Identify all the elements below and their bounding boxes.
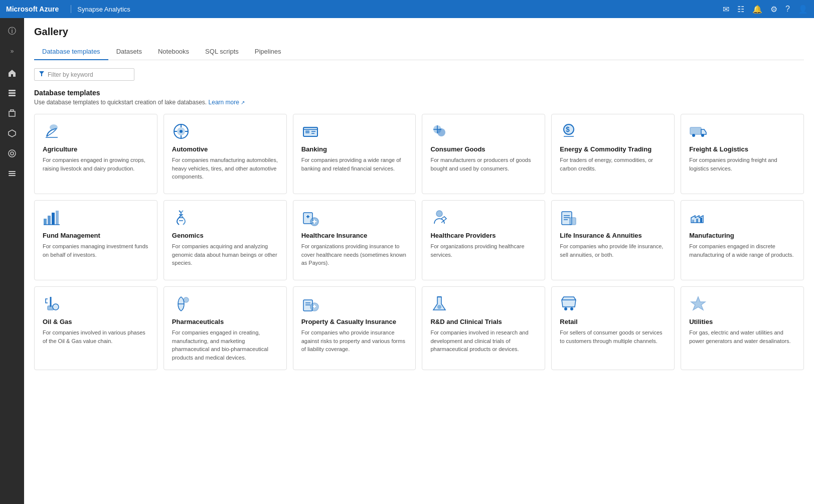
portal-icon[interactable]: ☷ bbox=[737, 5, 744, 14]
genomics-desc: For companies acquiring and analyzing ge… bbox=[172, 242, 278, 267]
healthcare-insurance-title: Healthcare Insurance bbox=[301, 232, 408, 239]
card-healthcare-insurance[interactable]: Healthcare Insurance For organizations p… bbox=[293, 200, 416, 280]
pharmaceuticals-title: Pharmaceuticals bbox=[172, 318, 278, 325]
svg-point-13 bbox=[180, 130, 183, 133]
energy-desc: For traders of energy, commodities, or c… bbox=[560, 156, 666, 173]
card-life-insurance[interactable]: Life Insurance & Annuities For companies… bbox=[551, 200, 675, 280]
card-retail[interactable]: Retail For sellers of consumer goods or … bbox=[551, 286, 675, 370]
settings-icon[interactable]: ⚙ bbox=[770, 5, 777, 14]
fund-management-icon bbox=[43, 209, 61, 227]
section-desc: Use database templates to quickstart cre… bbox=[34, 99, 804, 106]
banking-title: Banking bbox=[301, 145, 408, 153]
sidebar-info-icon[interactable]: ⓘ bbox=[3, 22, 21, 40]
svg-rect-6 bbox=[9, 171, 16, 172]
utilities-icon bbox=[689, 295, 707, 313]
svg-marker-3 bbox=[9, 130, 16, 137]
sidebar-home-icon[interactable] bbox=[3, 64, 21, 82]
pharmaceuticals-desc: For companies engaged in creating, manuf… bbox=[172, 328, 278, 362]
svg-rect-31 bbox=[52, 213, 55, 225]
healthcare-insurance-desc: For organizations providing insurance to… bbox=[301, 242, 408, 267]
oil-gas-desc: For companies involved in various phases… bbox=[43, 328, 149, 345]
account-icon[interactable]: 👤 bbox=[798, 5, 808, 14]
svg-rect-32 bbox=[56, 211, 59, 225]
property-casualty-icon bbox=[301, 295, 319, 313]
retail-icon bbox=[560, 295, 578, 313]
consumer-goods-icon bbox=[430, 122, 448, 140]
banking-desc: For companies providing a wide range of … bbox=[301, 156, 408, 173]
filter-placeholder: Filter by keyword bbox=[48, 71, 93, 78]
sidebar-expand-icon[interactable]: » bbox=[3, 42, 21, 60]
main-content: Gallery Database templates Datasets Note… bbox=[24, 18, 814, 504]
genomics-icon bbox=[172, 209, 190, 227]
automotive-title: Automotive bbox=[172, 145, 278, 153]
freight-desc: For companies providing freight and logi… bbox=[689, 156, 795, 173]
svg-point-58 bbox=[437, 305, 441, 309]
rnd-desc: For companies involved in research and d… bbox=[430, 328, 537, 354]
banking-icon bbox=[301, 122, 319, 140]
healthcare-insurance-icon bbox=[301, 209, 319, 227]
svg-point-28 bbox=[701, 134, 704, 137]
card-pharmaceuticals[interactable]: Pharmaceuticals For companies engaged in… bbox=[164, 286, 287, 370]
tab-notebooks[interactable]: Notebooks bbox=[150, 44, 197, 60]
svg-point-62 bbox=[570, 307, 573, 310]
cards-row-3: Oil & Gas For companies involved in vari… bbox=[34, 286, 804, 370]
svg-rect-29 bbox=[44, 219, 47, 225]
tab-database-templates[interactable]: Database templates bbox=[34, 44, 108, 60]
card-oil-gas[interactable]: Oil & Gas For companies involved in vari… bbox=[34, 286, 157, 370]
feedback-icon[interactable]: ✉ bbox=[723, 5, 729, 14]
help-icon[interactable]: ? bbox=[785, 5, 790, 14]
sidebar-manage-icon[interactable] bbox=[3, 164, 21, 183]
svg-point-10 bbox=[50, 124, 58, 130]
freight-title: Freight & Logistics bbox=[689, 145, 795, 153]
svg-rect-19 bbox=[305, 130, 309, 133]
svg-rect-2 bbox=[9, 95, 16, 96]
agriculture-icon bbox=[43, 122, 61, 140]
external-link-icon: ↗ bbox=[241, 100, 245, 105]
card-healthcare-providers[interactable]: Healthcare Providers For organizations p… bbox=[422, 200, 545, 280]
life-insurance-icon bbox=[560, 209, 578, 227]
pharmaceuticals-icon bbox=[172, 295, 190, 313]
brand-name: Microsoft Azure bbox=[6, 5, 59, 13]
nav-divider bbox=[71, 5, 71, 13]
automotive-icon bbox=[172, 122, 190, 140]
utilities-title: Utilities bbox=[689, 318, 795, 325]
section-title: Database templates bbox=[34, 89, 804, 97]
card-utilities[interactable]: Utilities For gas, electric and water ut… bbox=[681, 286, 804, 370]
card-energy[interactable]: $ Energy & Commodity Trading For traders… bbox=[551, 114, 675, 194]
svg-text:$: $ bbox=[566, 125, 570, 133]
svg-rect-26 bbox=[690, 127, 701, 134]
life-insurance-desc: For companies who provide life insurance… bbox=[560, 242, 666, 259]
svg-rect-46 bbox=[570, 218, 576, 225]
section-desc-text: Use database templates to quickstart cre… bbox=[34, 99, 207, 106]
card-genomics[interactable]: Genomics For companies acquiring and ana… bbox=[164, 200, 287, 280]
card-manufacturing[interactable]: Manufacturing For companies engaged in d… bbox=[681, 200, 804, 280]
learn-more-link[interactable]: Learn more bbox=[209, 99, 239, 106]
property-casualty-desc: For companies who provide insurance agai… bbox=[301, 328, 408, 354]
card-consumer-goods[interactable]: Consumer Goods For manufacturers or prod… bbox=[422, 114, 545, 194]
card-property-casualty[interactable]: Property & Casualty Insurance For compan… bbox=[293, 286, 416, 370]
life-insurance-title: Life Insurance & Annuities bbox=[560, 232, 666, 239]
healthcare-providers-icon bbox=[430, 209, 448, 227]
svg-rect-1 bbox=[9, 92, 16, 94]
tab-datasets[interactable]: Datasets bbox=[108, 44, 150, 60]
svg-point-51 bbox=[53, 304, 59, 310]
sidebar-integrate-icon[interactable] bbox=[3, 124, 21, 142]
card-automotive[interactable]: Automotive For companies manufacturing a… bbox=[164, 114, 287, 194]
filter-bar: Filter by keyword bbox=[34, 68, 804, 81]
sidebar-data-icon[interactable] bbox=[3, 84, 21, 102]
tab-pipelines[interactable]: Pipelines bbox=[247, 44, 289, 60]
svg-rect-49 bbox=[700, 218, 702, 223]
svg-point-4 bbox=[9, 150, 16, 157]
card-banking[interactable]: Banking For companies providing a wide r… bbox=[293, 114, 416, 194]
card-agriculture[interactable]: Agriculture For companies engaged in gro… bbox=[34, 114, 157, 194]
page-title: Gallery bbox=[34, 26, 804, 38]
tab-sql-scripts[interactable]: SQL scripts bbox=[197, 44, 247, 60]
card-freight[interactable]: Freight & Logistics For companies provid… bbox=[681, 114, 804, 194]
card-rnd[interactable]: R&D and Clinical Trials For companies in… bbox=[422, 286, 545, 370]
sidebar-develop-icon[interactable] bbox=[3, 104, 21, 122]
sidebar-monitor-icon[interactable] bbox=[3, 144, 21, 162]
notifications-icon[interactable]: 🔔 bbox=[752, 5, 762, 14]
filter-input-wrapper[interactable]: Filter by keyword bbox=[34, 68, 134, 81]
card-fund-management[interactable]: Fund Management For companies managing i… bbox=[34, 200, 157, 280]
fund-management-title: Fund Management bbox=[43, 232, 149, 239]
